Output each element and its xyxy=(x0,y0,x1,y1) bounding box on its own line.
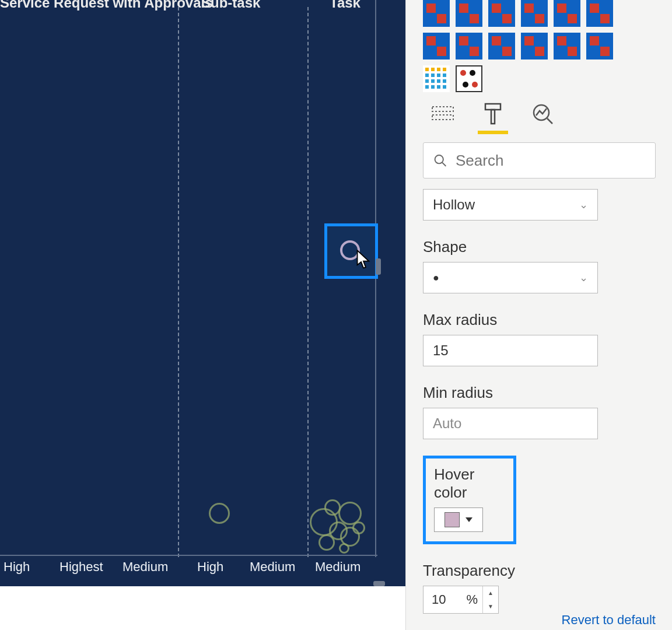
selected-data-point[interactable] xyxy=(340,240,360,260)
data-point[interactable] xyxy=(209,503,230,524)
data-point[interactable] xyxy=(339,543,349,554)
x-axis-labels: High Highest Medium High Medium Medium xyxy=(0,559,405,582)
revert-to-default-link[interactable]: Revert to default xyxy=(562,612,656,628)
svg-rect-0 xyxy=(432,107,453,111)
axis-tick: Medium xyxy=(315,559,360,575)
svg-line-7 xyxy=(442,163,446,166)
viz-type-tile[interactable] xyxy=(586,33,613,60)
grid-divider xyxy=(178,7,179,557)
col-header-1: Sub-task xyxy=(201,0,260,11)
hover-color-group-highlight: Hover color xyxy=(423,456,516,544)
viz-type-tile[interactable] xyxy=(456,33,482,60)
svg-point-6 xyxy=(435,155,443,163)
shape-label: Shape xyxy=(423,238,656,256)
data-point[interactable] xyxy=(318,534,335,551)
viz-type-tile[interactable] xyxy=(456,65,482,92)
svg-rect-1 xyxy=(432,115,453,120)
transparency-unit: % xyxy=(466,592,482,607)
pane-divider xyxy=(405,0,406,630)
chart-column-headers: Service Request with Approvals Sub-task … xyxy=(0,0,405,15)
viz-type-tile[interactable] xyxy=(423,65,450,92)
axis-tick: Highest xyxy=(60,559,103,575)
caret-down-icon xyxy=(466,517,473,522)
svg-line-5 xyxy=(547,118,552,124)
format-tab[interactable] xyxy=(479,100,507,128)
chart-canvas[interactable]: Service Request with Approvals Sub-task … xyxy=(0,0,405,586)
max-radius-label: Max radius xyxy=(423,311,656,329)
min-radius-label: Min radius xyxy=(423,384,656,402)
viz-type-tile[interactable] xyxy=(488,0,515,27)
hover-color-picker[interactable] xyxy=(434,508,483,532)
transparency-value: 10 xyxy=(424,592,466,607)
viz-type-tile[interactable] xyxy=(488,33,515,60)
axis-tick: Medium xyxy=(250,559,295,575)
search-box[interactable] xyxy=(423,142,656,178)
visualizations-gallery xyxy=(423,0,656,92)
scrollbar-horizontal[interactable] xyxy=(373,581,385,586)
chevron-down-icon: ⌄ xyxy=(579,198,588,211)
spinner-down[interactable]: ▼ xyxy=(483,600,498,613)
axis-tick: High xyxy=(197,559,223,575)
marker-style-dropdown[interactable]: Hollow ⌄ xyxy=(423,189,598,220)
viz-type-tile[interactable] xyxy=(554,33,580,60)
grid-divider xyxy=(307,7,309,557)
svg-rect-3 xyxy=(491,110,495,124)
svg-rect-2 xyxy=(485,104,501,110)
col-header-2: Task xyxy=(330,0,360,11)
viz-type-tile[interactable] xyxy=(521,0,548,27)
col-header-0: Service Request with Approvals xyxy=(0,0,213,11)
viz-type-tile[interactable] xyxy=(456,0,482,27)
shape-value: ● xyxy=(433,272,439,284)
viz-type-tile[interactable] xyxy=(586,0,613,27)
selection-highlight xyxy=(324,223,378,279)
viz-type-tile[interactable] xyxy=(521,33,548,60)
pane-tabs xyxy=(423,100,656,128)
viz-type-tile[interactable] xyxy=(423,33,450,60)
transparency-input[interactable]: 10 % ▲ ▼ xyxy=(423,586,499,614)
format-pane: Hollow ⌄ Shape ● ⌄ Max radius 15 Min rad… xyxy=(405,0,672,630)
fields-tab[interactable] xyxy=(429,100,457,128)
transparency-label: Transparency xyxy=(423,562,656,580)
color-swatch xyxy=(444,512,460,527)
hover-color-label: Hover color xyxy=(434,466,505,502)
shape-dropdown[interactable]: ● ⌄ xyxy=(423,262,598,293)
axis-tick: Medium xyxy=(123,559,168,575)
plot-border xyxy=(0,555,377,556)
axis-tick: High xyxy=(4,559,30,575)
chevron-down-icon: ⌄ xyxy=(579,271,588,284)
viz-type-tile[interactable] xyxy=(554,0,580,27)
marker-style-value: Hollow xyxy=(433,197,475,213)
search-input[interactable] xyxy=(456,152,646,170)
canvas-gap xyxy=(0,586,405,630)
spinner-up[interactable]: ▲ xyxy=(483,586,498,600)
max-radius-value: 15 xyxy=(433,342,449,359)
analytics-tab[interactable] xyxy=(529,100,557,128)
search-icon xyxy=(433,152,447,169)
viz-type-tile[interactable] xyxy=(423,0,450,27)
scrollbar-vertical[interactable] xyxy=(376,258,381,275)
data-point[interactable] xyxy=(352,522,365,534)
min-radius-input[interactable]: Auto xyxy=(423,408,598,439)
max-radius-input[interactable]: 15 xyxy=(423,335,598,366)
data-point[interactable] xyxy=(324,499,341,516)
min-radius-placeholder: Auto xyxy=(433,415,461,432)
